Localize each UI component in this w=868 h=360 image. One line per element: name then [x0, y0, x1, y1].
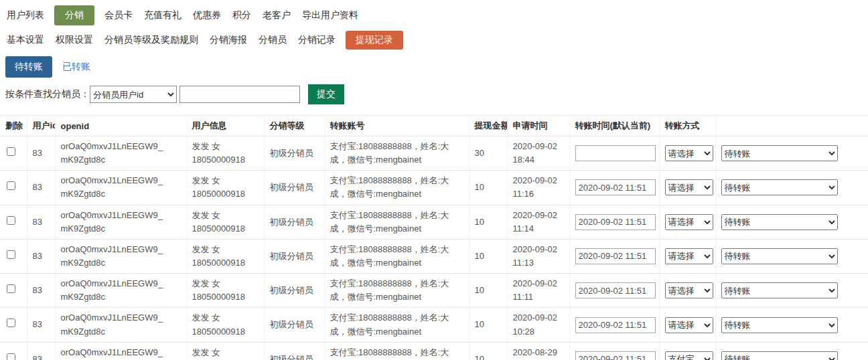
- top-nav-item-2[interactable]: 会员卡: [103, 5, 134, 25]
- transfer-time-input[interactable]: [575, 282, 656, 298]
- column-header-0: 删除: [0, 116, 27, 137]
- transfer-method-select[interactable]: 请选择: [665, 282, 713, 298]
- transfer-status-select[interactable]: 待转账: [721, 317, 838, 333]
- submit-button[interactable]: 提交: [308, 84, 344, 104]
- table-row: 83 orOaQ0mxvJ1LnEEGW9_mK9Zgtd8c 发发 女 180…: [0, 239, 868, 273]
- withdraw-amount-cell: 10: [469, 171, 507, 205]
- transfer-method-cell: 请选择: [659, 274, 715, 308]
- transfer-status-select[interactable]: 待转账: [721, 351, 838, 360]
- user-phone: 18050000918: [192, 153, 259, 167]
- top-nav-item-7[interactable]: 导出用户资料: [301, 5, 360, 25]
- status-cell: 待转账: [715, 308, 868, 342]
- transfer-method-select[interactable]: 请选择: [665, 145, 713, 161]
- transfer-status-select[interactable]: 待转账: [721, 179, 838, 195]
- user-name: 发发 女: [192, 243, 259, 256]
- delete-checkbox[interactable]: [7, 319, 15, 327]
- transfer-account-cell: 支付宝:18088888888，姓名:大成，微信号:mengbainet: [324, 171, 469, 205]
- user-phone: 18050000918: [192, 325, 259, 339]
- transfer-status-select[interactable]: 待转账: [721, 145, 838, 161]
- top-nav-item-3[interactable]: 充值有礼: [143, 5, 183, 25]
- transfer-method-select[interactable]: 请选择: [665, 248, 713, 264]
- sub-nav-item-5[interactable]: 分销记录: [297, 30, 337, 50]
- level-cell: 初级分销员: [264, 171, 324, 205]
- level-cell: 初级分销员: [264, 137, 324, 171]
- transfer-method-cell: 请选择: [659, 308, 715, 342]
- transfer-method-select[interactable]: 请选择: [665, 179, 713, 195]
- column-header-8: 转账时间(默认当前): [569, 116, 659, 137]
- transfer-account-cell: 支付宝:18088888888，姓名:大成，微信号:mengbainet: [324, 308, 469, 342]
- delete-checkbox[interactable]: [7, 284, 15, 293]
- transfer-method-select[interactable]: 请选择: [665, 317, 713, 333]
- table-row: 83 orOaQ0mxvJ1LnEEGW9_mK9Zgtd8c 发发 女 180…: [0, 274, 868, 308]
- user-info-cell: 发发 女 18050000918: [186, 205, 264, 239]
- transfer-status-select[interactable]: 待转账: [721, 282, 838, 298]
- sub-nav-item-1[interactable]: 权限设置: [54, 30, 94, 50]
- delete-cell: [0, 137, 27, 171]
- user-info-cell: 发发 女 18050000918: [186, 308, 264, 342]
- table-row: 83 orOaQ0mxvJ1LnEEGW9_mK9Zgtd8c 发发 女 180…: [0, 308, 868, 342]
- delete-cell: [0, 308, 27, 342]
- apply-time-cell: 2020-09-02 18:44: [507, 137, 569, 171]
- sub-nav-item-3[interactable]: 分销海报: [208, 30, 248, 50]
- delete-cell: [0, 239, 27, 273]
- sub-nav-item-0[interactable]: 基本设置: [5, 30, 46, 50]
- withdraw-amount-cell: 10: [469, 239, 507, 273]
- user-info-cell: 发发 女 18050000918: [186, 342, 264, 360]
- sub-nav-item-2[interactable]: 分销员等级及奖励规则: [103, 30, 200, 50]
- user-id-cell: 83: [27, 239, 55, 273]
- user-info-cell: 发发 女 18050000918: [186, 137, 264, 171]
- delete-checkbox[interactable]: [7, 353, 15, 360]
- openid-cell: orOaQ0mxvJ1LnEEGW9_mK9Zgtd8c: [55, 342, 186, 360]
- user-phone: 18050000918: [192, 222, 259, 236]
- user-name: 发发 女: [192, 140, 259, 153]
- transfer-time-cell: [569, 205, 659, 239]
- column-header-5: 转账账号: [324, 116, 469, 137]
- delete-checkbox[interactable]: [7, 250, 15, 259]
- delete-checkbox[interactable]: [7, 216, 15, 225]
- transfer-time-input[interactable]: [575, 145, 656, 161]
- transfer-time-input[interactable]: [575, 248, 656, 264]
- filter-label: 按条件查找分销员：: [5, 88, 90, 100]
- transfer-time-input[interactable]: [575, 317, 656, 333]
- delete-checkbox[interactable]: [7, 181, 15, 190]
- table-row: 83 orOaQ0mxvJ1LnEEGW9_mK9Zgtd8c 发发 女 180…: [0, 171, 868, 205]
- transfer-time-input[interactable]: [575, 179, 656, 195]
- transfer-account-cell: 支付宝:18088888888，姓名:大成，微信号:mengbainet: [324, 342, 469, 360]
- apply-time-cell: 2020-09-02 11:13: [507, 239, 569, 273]
- transfer-time-input[interactable]: [575, 351, 656, 360]
- transfer-method-select[interactable]: 支付宝: [665, 351, 713, 360]
- top-nav-item-1[interactable]: 分销: [54, 5, 94, 25]
- top-nav: 用户列表分销会员卡充值有礼优惠券积分老客户导出用户资料: [5, 5, 868, 25]
- sub-nav-item-4[interactable]: 分销员: [257, 30, 288, 50]
- delete-checkbox[interactable]: [7, 147, 15, 156]
- transfer-time-cell: [569, 342, 659, 360]
- user-info-cell: 发发 女 18050000918: [186, 171, 264, 205]
- transfer-status-tabs: 待转账 已转账: [5, 56, 868, 78]
- top-nav-item-5[interactable]: 积分: [231, 5, 252, 25]
- apply-time-cell: 2020-08-29 12:50: [507, 342, 569, 360]
- user-id-cell: 83: [27, 308, 55, 342]
- withdraw-amount-cell: 10: [469, 308, 507, 342]
- filter-keyword-input[interactable]: [179, 86, 300, 103]
- openid-cell: orOaQ0mxvJ1LnEEGW9_mK9Zgtd8c: [55, 137, 186, 171]
- user-name: 发发 女: [192, 311, 259, 325]
- tab-pending-transfer[interactable]: 待转账: [5, 56, 52, 78]
- column-header-6: 提现金额: [469, 116, 507, 137]
- status-cell: 待转账: [715, 274, 868, 308]
- user-name: 发发 女: [192, 174, 259, 187]
- table-row: 83 orOaQ0mxvJ1LnEEGW9_mK9Zgtd8c 发发 女 180…: [0, 342, 868, 360]
- top-nav-item-6[interactable]: 老客户: [261, 5, 292, 25]
- top-nav-item-0[interactable]: 用户列表: [5, 5, 46, 25]
- transfer-time-input[interactable]: [575, 214, 656, 230]
- sub-nav-item-6[interactable]: 提现记录: [346, 31, 403, 50]
- delete-cell: [0, 205, 27, 239]
- transfer-time-cell: [569, 274, 659, 308]
- withdraw-amount-cell: 10: [469, 342, 507, 360]
- filter-field-select[interactable]: 分销员用户id: [90, 86, 177, 103]
- tab-done-transfer[interactable]: 已转账: [62, 61, 90, 73]
- transfer-status-select[interactable]: 待转账: [721, 248, 838, 264]
- transfer-status-select[interactable]: 待转账: [721, 214, 838, 230]
- transfer-method-select[interactable]: 请选择: [665, 214, 713, 230]
- top-nav-item-4[interactable]: 优惠券: [192, 5, 222, 25]
- transfer-method-cell: 请选择: [659, 137, 715, 171]
